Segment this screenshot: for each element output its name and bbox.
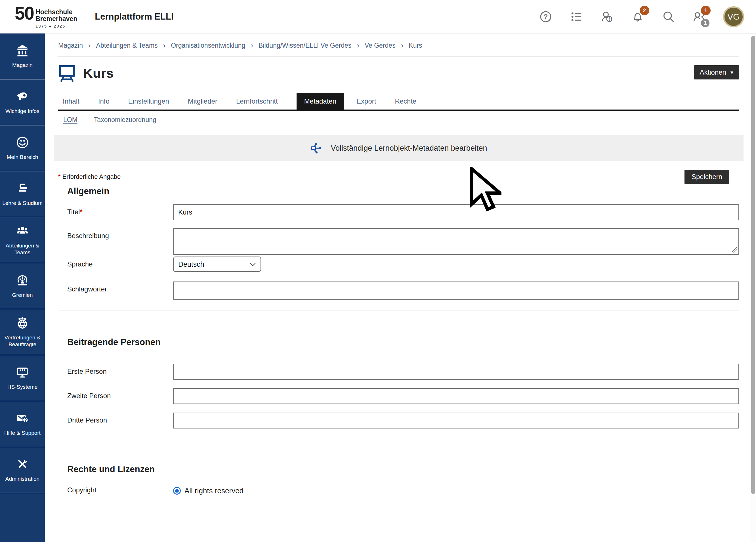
- sidebar-item-label: Wichtige Infos: [5, 108, 40, 115]
- breadcrumb-magazin[interactable]: Magazin: [58, 42, 83, 49]
- breadcrumb-kurs[interactable]: Kurs: [409, 42, 422, 49]
- form-row-zweite-person: Zweite Person: [58, 388, 739, 404]
- caret-down-icon: ▾: [730, 69, 733, 76]
- zweite-person-input[interactable]: [173, 388, 739, 404]
- required-asterisk: *: [80, 208, 82, 216]
- zweite-person-label: Zweite Person: [58, 388, 173, 400]
- search-icon[interactable]: [662, 10, 675, 23]
- avatar[interactable]: VG: [723, 6, 744, 27]
- sidebar-item-hilfe-support[interactable]: ? Hilfe & Support: [0, 401, 45, 447]
- erste-person-input[interactable]: [173, 364, 739, 380]
- erste-person-label: Erste Person: [58, 364, 173, 375]
- beschreibung-textarea[interactable]: [173, 228, 739, 255]
- books-icon: [16, 182, 29, 196]
- sidebar-item-label: Lehre & Studium: [1, 200, 43, 207]
- tab-lernfortschritt[interactable]: Lernfortschritt: [236, 93, 278, 110]
- smiley-icon: [16, 136, 29, 150]
- sidebar-item-magazin[interactable]: Magazin: [0, 33, 45, 79]
- form-row-dritte-person: Dritte Person: [58, 413, 739, 428]
- main-sidebar: Magazin Wichtige Infos Mein Bereich: [0, 33, 45, 542]
- breadcrumb-organisationsentwicklung[interactable]: Organisationsentwicklung: [171, 42, 245, 49]
- sidebar-item-administration[interactable]: Administration: [0, 447, 45, 493]
- contacts-icon[interactable]: 1 1: [692, 10, 705, 23]
- notifications-bell-icon[interactable]: 2: [631, 10, 644, 23]
- sidebar-item-abteilungen-teams[interactable]: Abteilungen & Teams: [0, 217, 45, 263]
- tab-rechte[interactable]: Rechte: [395, 93, 416, 110]
- sidebar-item-lehre-studium[interactable]: Lehre & Studium: [0, 171, 45, 217]
- required-asterisk: *: [58, 173, 61, 180]
- tab-einstellungen[interactable]: Einstellungen: [128, 93, 169, 110]
- chevron-right-icon: ›: [163, 41, 166, 50]
- save-button[interactable]: Speichern: [684, 170, 729, 184]
- mail-question-icon: ?: [16, 411, 29, 426]
- resize-grip-icon[interactable]: [732, 247, 738, 253]
- vertical-scrollbar-thumb[interactable]: [751, 36, 755, 494]
- notifications-badge: 2: [640, 6, 649, 15]
- sidebar-item-wichtige-infos[interactable]: Wichtige Infos: [0, 79, 45, 125]
- tab-metadaten[interactable]: Metadaten: [297, 93, 344, 110]
- copyright-radio-label: All rights reserved: [184, 486, 243, 495]
- chevron-right-icon: ›: [401, 41, 404, 50]
- breadcrumb-ve-gerdes[interactable]: Ve Gerdes: [365, 42, 396, 49]
- assembly-icon: [16, 274, 29, 288]
- svg-text:?: ?: [544, 13, 548, 20]
- sidebar-item-vertretungen[interactable]: Vertretungen & Beauftragte: [0, 309, 45, 355]
- contacts-badge-bottom: 1: [701, 19, 709, 27]
- building-icon: [16, 44, 29, 58]
- form-row-sprache: Sprache Deutsch: [58, 257, 739, 272]
- section-heading-allgemein: Allgemein: [58, 186, 739, 196]
- tab-export[interactable]: Export: [356, 93, 376, 110]
- actions-button[interactable]: Aktionen ▾: [694, 65, 739, 79]
- app-title: Lernplattform ELLI: [95, 12, 173, 22]
- radio-selected-dot: [175, 489, 179, 493]
- svg-text:***: ***: [19, 368, 26, 374]
- help-icon[interactable]: ?: [539, 10, 552, 23]
- sub-tab-bar: LOM Taxonomiezuordnung: [58, 116, 739, 124]
- breadcrumb-bildung-wissen[interactable]: Bildung/Wissen/ELLI Ve Gerdes: [259, 42, 351, 49]
- todo-list-icon[interactable]: [570, 10, 583, 23]
- schlagwoerter-input[interactable]: [173, 281, 739, 300]
- breadcrumb-abteilungen-teams[interactable]: Abteilungen & Teams: [96, 42, 158, 49]
- dritte-person-input[interactable]: [173, 413, 739, 428]
- metadata-hub-icon: [310, 142, 323, 155]
- sprache-selected-value: Deutsch: [178, 260, 204, 268]
- dritte-person-label: Dritte Person: [58, 413, 173, 424]
- user-status-icon[interactable]: !: [600, 10, 614, 23]
- top-header: 50 Hochschule Bremerhaven 1975 – 2025 Le…: [0, 0, 756, 33]
- copyright-label: Copyright: [58, 482, 173, 494]
- form-row-erste-person: Erste Person: [58, 364, 739, 380]
- page-title: Kurs: [83, 65, 114, 81]
- sidebar-item-label: Hilfe & Support: [3, 430, 41, 436]
- sidebar-item-label: Gremien: [11, 292, 34, 299]
- vertical-scrollbar-track[interactable]: [750, 33, 756, 542]
- sidebar-item-mein-bereich[interactable]: Mein Bereich: [0, 125, 45, 171]
- tab-info[interactable]: Info: [98, 93, 110, 110]
- sidebar-item-hs-systeme[interactable]: *** HS-Systeme: [0, 355, 45, 401]
- titel-label: Titel*: [58, 204, 173, 216]
- sidebar-item-label: Administration: [5, 476, 40, 482]
- tab-bar: Inhalt Info Einstellungen Mitglieder Ler…: [58, 93, 739, 111]
- tab-inhalt[interactable]: Inhalt: [63, 93, 79, 110]
- megaphone-icon: [16, 90, 29, 104]
- copyright-radio-all-rights-reserved[interactable]: [173, 487, 181, 495]
- tab-mitglieder[interactable]: Mitglieder: [188, 93, 217, 110]
- titel-input[interactable]: [173, 204, 739, 220]
- banner-label: Vollständige Lernobjekt-Metadaten bearbe…: [331, 144, 487, 153]
- beschreibung-label: Beschreibung: [58, 228, 173, 240]
- sidebar-item-gremien[interactable]: Gremien: [0, 263, 45, 309]
- sidebar-item-label: Magazin: [11, 62, 33, 69]
- form-row-copyright: Copyright All rights reserved: [58, 482, 739, 495]
- main-content: Magazin › Abteilungen & Teams › Organisa…: [45, 0, 756, 495]
- schlagwoerter-label: Schlagwörter: [58, 281, 173, 293]
- edit-full-metadata-banner[interactable]: Vollständige Lernobjekt-Metadaten bearbe…: [54, 135, 744, 161]
- subtab-lom[interactable]: LOM: [63, 116, 77, 124]
- required-note: * Erforderliche Angabe: [58, 173, 121, 180]
- logo-name-line1: Hochschule: [35, 9, 77, 16]
- university-logo: 50 Hochschule Bremerhaven 1975 – 2025: [15, 5, 77, 28]
- sprache-select[interactable]: Deutsch: [173, 257, 261, 272]
- people-group-icon: [16, 224, 29, 239]
- logo-years: 1975 – 2025: [35, 24, 77, 28]
- subtab-taxonomiezuordnung[interactable]: Taxonomiezuordnung: [94, 116, 156, 124]
- sidebar-item-label: Mein Bereich: [6, 154, 39, 161]
- sprache-label: Sprache: [58, 257, 173, 268]
